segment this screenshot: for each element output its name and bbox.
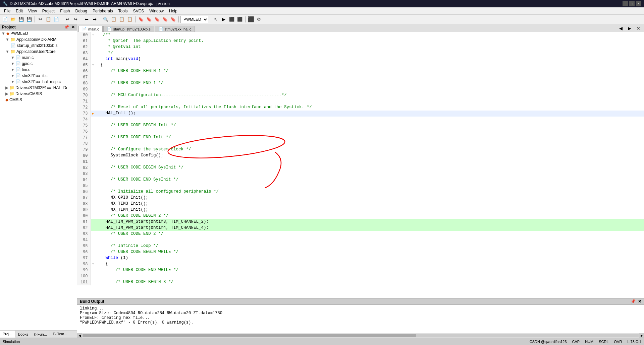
file-msp-icon: 📄: [16, 79, 21, 84]
menu-edit[interactable]: Edit: [13, 8, 25, 14]
tb-settings[interactable]: ⚙: [255, 16, 263, 23]
code-editor[interactable]: 60□ /**61 * @brief The application entry…: [77, 32, 644, 298]
menu-debug[interactable]: Debug: [73, 8, 90, 14]
scroll-left[interactable]: ◀: [77, 333, 82, 338]
tb-search[interactable]: 🔍: [102, 16, 109, 23]
tb-view[interactable]: ⬛: [247, 16, 255, 23]
tab-project[interactable]: Proj...: [0, 331, 15, 338]
code-content-65: {: [95, 62, 644, 68]
code-line-79: 79 /* Configure the system clock */: [77, 147, 644, 153]
tb-run-to[interactable]: ▶: [220, 16, 227, 23]
tab-startup[interactable]: 📄 startup_stm32f103xb.s: [103, 26, 154, 32]
sidebar-pin[interactable]: 📌: [64, 25, 69, 29]
tree-root-pwmled[interactable]: ▼ ◆ PWMLED: [0, 30, 77, 37]
code-line-84: 84 /* USER CODE END SysInit */: [77, 177, 644, 183]
menu-flash[interactable]: Flash: [57, 8, 72, 14]
status-right: CSDN @qwardifas123 CAP NUM SCRL OVR L:73…: [530, 340, 641, 344]
fold-60[interactable]: □: [91, 32, 95, 38]
build-pin[interactable]: 📌: [631, 299, 636, 304]
tab-books[interactable]: Books: [15, 331, 32, 338]
tb-cut[interactable]: ✂: [37, 16, 44, 23]
build-close[interactable]: ✕: [638, 299, 641, 304]
tb-open[interactable]: 📂: [9, 16, 17, 23]
tree-folder-cmsis-drv[interactable]: ▶ 📁 Drivers/CMSIS: [0, 91, 77, 97]
menu-help[interactable]: Help: [166, 8, 180, 14]
tb-bm2[interactable]: 🔖: [145, 16, 153, 23]
tb-cursor[interactable]: ↖: [212, 16, 219, 23]
fold-65[interactable]: □: [91, 62, 95, 68]
line-number-85: 85: [77, 183, 91, 189]
tree-file-startup[interactable]: 📄 startup_stm32f103xb.s: [0, 43, 77, 49]
status-num: NUM: [585, 340, 593, 344]
tab-scroll-left[interactable]: ◀: [617, 24, 625, 32]
tb-b2[interactable]: 📋: [118, 16, 125, 23]
menu-tools[interactable]: Tools: [116, 8, 130, 14]
build-content: linking... Program Size: Code=4804 RO-da…: [77, 305, 644, 333]
tree-expand-root: ▼: [1, 31, 5, 36]
tb-step[interactable]: ⬛: [228, 16, 235, 23]
tree-file-it[interactable]: ▼ 📄 stm32f1xx_it.c: [0, 73, 77, 79]
tb-redo[interactable]: ↪: [72, 16, 79, 23]
tree-cmsis[interactable]: ◆ CMSIS: [0, 97, 77, 103]
menu-window[interactable]: Window: [147, 8, 166, 14]
menu-svcs[interactable]: SVCS: [130, 8, 147, 14]
code-content-86: /* Initialize all configured peripherals…: [95, 189, 644, 195]
menu-project[interactable]: Project: [40, 8, 57, 14]
line-number-80: 80: [77, 153, 91, 159]
h-scrollbar[interactable]: ◀ ▶: [77, 333, 644, 338]
tree-file-hal-msp[interactable]: ▼ 📄 stm32f1xx_hal_msp.c: [0, 79, 77, 85]
tb-bm3[interactable]: 🔖: [153, 16, 161, 23]
tb-save[interactable]: 💾: [17, 16, 25, 23]
tb-bm5[interactable]: 🔖: [169, 16, 177, 23]
tab-hal[interactable]: 📄 stm32f1xx_hal.c: [155, 26, 195, 32]
tb-fwd[interactable]: ➡: [91, 16, 98, 23]
project-dropdown[interactable]: PWMLED: [180, 16, 208, 23]
tb-copy[interactable]: 📋: [45, 16, 52, 23]
line-number-88: 88: [77, 201, 91, 207]
tab-main-c[interactable]: 📄 main.c: [78, 26, 103, 32]
tb-step2[interactable]: ⬛: [236, 16, 244, 23]
code-content-76: [95, 129, 644, 135]
line-number-82: 82: [77, 165, 91, 171]
line-number-87: 87: [77, 195, 91, 201]
tree-file-tim[interactable]: ▼ 📄 tim.c: [0, 67, 77, 73]
tree-folder-hal-dr[interactable]: ▶ 📁 Drivers/STM32F1xx_HAL_Dr: [0, 85, 77, 91]
code-content-99: /* USER CODE END WHILE */: [95, 267, 644, 273]
tab-close-btn[interactable]: ✕: [635, 24, 642, 32]
menu-file[interactable]: File: [1, 8, 13, 14]
line-number-98: 98: [77, 261, 91, 267]
tb-paste[interactable]: 📄: [53, 16, 60, 23]
scrollbar-track[interactable]: [83, 334, 639, 337]
tb-bm4[interactable]: 🔖: [161, 16, 169, 23]
line-number-96: 96: [77, 249, 91, 255]
tb-save-all[interactable]: 💾: [25, 16, 33, 23]
tree-folder-mdk-arm[interactable]: ▼ 📁 Application/MDK-ARM: [0, 37, 77, 43]
fold-70: [91, 92, 95, 98]
tb-bm1[interactable]: 🔖: [137, 16, 145, 23]
fold-91: [91, 219, 95, 225]
line-number-67: 67: [77, 74, 91, 80]
menu-peripherals[interactable]: Peripherals: [90, 8, 116, 14]
tab-scroll-right[interactable]: ▶: [626, 24, 633, 32]
tab-templates[interactable]: T₄ Tem...: [50, 331, 70, 338]
fold-73: ▶: [91, 111, 95, 117]
menu-view[interactable]: View: [25, 8, 40, 14]
fold-97: [91, 255, 95, 261]
tab-functions[interactable]: {} Fun...: [31, 331, 50, 338]
tree-folder-user-core[interactable]: ▼ 📁 Application/User/Core: [0, 49, 77, 55]
maximize-button[interactable]: □: [629, 1, 635, 6]
close-button[interactable]: ×: [636, 1, 641, 6]
tree-file-main[interactable]: ▼ 📄 main.c: [0, 55, 77, 61]
tb-b1[interactable]: 📋: [110, 16, 117, 23]
minimize-button[interactable]: −: [623, 1, 628, 6]
scroll-right[interactable]: ▶: [639, 333, 644, 338]
sidebar-close[interactable]: ✕: [71, 25, 75, 29]
tb-new[interactable]: 📄: [1, 16, 9, 23]
tb-back[interactable]: ⬅: [83, 16, 90, 23]
line-number-60: 60: [77, 32, 91, 38]
tb-undo[interactable]: ↩: [64, 16, 71, 23]
tb-b3[interactable]: 📋: [126, 16, 133, 23]
tree-file-gpio[interactable]: ▼ 📄 gpio.c: [0, 61, 77, 67]
fold-98[interactable]: □: [91, 261, 95, 267]
code-line-75: 75 /* USER CODE BEGIN Init */: [77, 123, 644, 129]
